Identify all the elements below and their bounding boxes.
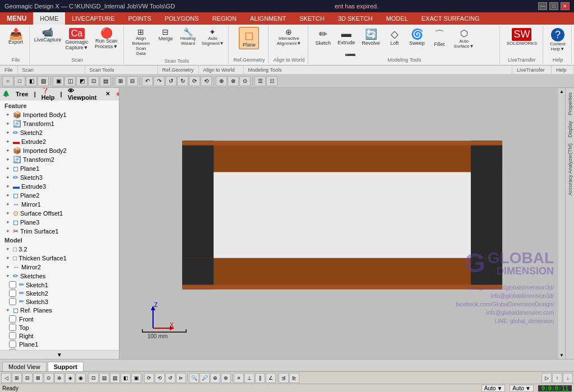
align-button[interactable]: ⊞ Align BetweenScan Data [128,27,153,57]
sketch3-checkbox[interactable] [9,298,16,305]
tree-front[interactable]: Front [0,315,119,323]
model-view-tab[interactable]: Model View [2,362,47,371]
tab-polygons[interactable]: POLYGONS [158,12,206,25]
bt-btn-2[interactable]: ⊞ [12,373,22,383]
maximize-button[interactable]: □ [549,2,558,10]
tree-extrude3[interactable]: + ▬ Extrude3 [0,182,119,191]
tree-sketch2-item[interactable]: ✏ Sketch2 [0,289,119,297]
plane1-ref-checkbox[interactable] [9,340,16,348]
vt-btn-3[interactable]: ◧ [26,76,37,86]
vt-btn-11[interactable]: ⊟ [127,76,138,86]
auto-dropdown-2[interactable]: Auto ▼ [510,385,533,392]
fillet-button[interactable]: ⌒ Fillet [429,27,450,48]
bt-btn-24[interactable]: ∥ [255,373,265,383]
tab-3dsketch[interactable]: 3D SKETCH [331,12,379,25]
bt-btn-17[interactable]: ⊳ [176,373,186,383]
bt-btn-26[interactable]: ⊴ [279,373,289,383]
tree-plane1-ref[interactable]: Plane1 [0,340,119,348]
vt-btn-5[interactable]: ▣ [53,76,64,86]
sketch2-checkbox[interactable] [9,290,16,297]
right-checkbox[interactable] [9,332,16,339]
context-help-button[interactable]: ? ContextHelp▼ [548,27,568,53]
vt-btn-19[interactable]: ⊗ [228,76,239,86]
scroll-up-icon[interactable]: ▲ [559,89,564,94]
vt-btn-15[interactable]: ↻ [177,76,188,86]
accuracy-tab[interactable]: Accuracy Analyzer(TM) [567,141,573,198]
tab-livecapture[interactable]: LIVECAPTURE [65,12,121,25]
tab-points[interactable]: POINTS [122,12,158,25]
scroll-down-icon[interactable]: ▼ [559,353,564,358]
tree-thicken-surface1[interactable]: + □ Thicken Surface1 [0,254,119,263]
bt-btn-5[interactable]: ⊙ [44,373,54,383]
auto-surface-button[interactable]: ⬡ AutoSurface▼ [452,27,476,50]
healing-button[interactable]: 🔧 HealingWizard [178,27,198,47]
solid-primitive-button[interactable]: ⬛ SolidPrimitive▼ [338,52,363,56]
menu-button[interactable]: MENU [0,12,33,25]
vt-btn-13[interactable]: ↷ [154,76,165,86]
tree-top[interactable]: Top [0,323,119,332]
tree-sketch2[interactable]: + ✏ Sketch2 [0,128,119,137]
bt-btn-14[interactable]: ⟳ [144,373,154,383]
vt-btn-6[interactable]: ◫ [64,76,76,86]
tree-3-2[interactable]: + □ 3.2 [0,245,119,254]
tree-sketches-group[interactable]: + ✏ Sketches [0,272,119,281]
tree-pin-icon[interactable]: 📌 [115,91,119,97]
bt-btn-27[interactable]: ⊵ [289,373,299,383]
bt-btn-10[interactable]: ▤ [99,373,109,383]
top-checkbox[interactable] [9,324,16,331]
vt-btn-2[interactable]: □ [14,76,25,86]
tree-mirror2[interactable]: + ↔ Mirror2 [0,263,119,272]
viewpoint-tab[interactable]: 👁 Viewpoint [66,88,99,101]
tree-sketch1-item[interactable]: ✏ Sketch1 [0,281,119,289]
vt-btn-12[interactable]: ↶ [142,76,153,86]
plane-button[interactable]: ◻ Plane [239,27,259,49]
bt-btn-4[interactable]: ⊠ [33,373,43,383]
tree-close-icon[interactable]: ✕ [105,91,110,97]
tree-extrude2[interactable]: + ▬ Extrude2 [0,137,119,146]
run-scan-button[interactable]: 🔴 Run ScanProcess▼ [92,27,120,50]
vt-btn-14[interactable]: ↺ [165,76,177,86]
bt-btn-6[interactable]: ⊕ [54,373,64,383]
bt-btn-7[interactable]: ◈ [65,373,75,383]
tree-plane2[interactable]: + ◻ Plane2 [0,191,119,200]
display-tab[interactable]: Display [567,119,573,140]
help-tab[interactable]: ❓ Help [39,88,57,101]
bt-btn-16[interactable]: ↺ [165,373,175,383]
vt-btn-1[interactable]: ○ [2,76,13,86]
vt-btn-9[interactable]: ▤ [100,76,111,86]
bt-btn-20[interactable]: ⊕ [210,373,220,383]
close-button[interactable]: ✕ [561,2,570,10]
bt-btn-1[interactable]: ◁ [1,373,11,383]
bt-btn-22[interactable]: ≡ [234,373,244,383]
tree-imported-body2[interactable]: + 📦 Imported Body2 [0,146,119,155]
vt-btn-8[interactable]: ⊡ [88,76,99,86]
tree-ref-planes-group[interactable]: + ◻ Ref. Planes [0,306,119,315]
tree-plane3[interactable]: + ◻ Plane3 [0,218,119,227]
bt-btn-30[interactable]: ↓ [563,373,573,383]
bt-btn-9[interactable]: ⊡ [89,373,99,383]
tree-surface-offset1[interactable]: + ⊙ Surface Offset1 [0,209,119,218]
tree-tab[interactable]: Tree [13,91,31,97]
bt-btn-25[interactable]: ∠ [266,373,276,383]
tab-alignment[interactable]: ALIGNMENT [243,12,293,25]
vt-btn-18[interactable]: ⊕ [216,76,227,86]
auto-dropdown-1[interactable]: Auto ▼ [482,385,505,392]
revolve-button[interactable]: 🔄 Revolve [359,27,382,47]
tab-exact-surfacing[interactable]: EXACT SURFACING [415,12,487,25]
sweep-button[interactable]: 🌀 Sweep [407,27,427,47]
extrude-button[interactable]: ▬ Extrude [335,27,357,46]
bt-btn-13[interactable]: ▣ [131,373,141,383]
tree-right[interactable]: Right [0,332,119,340]
bt-btn-15[interactable]: ⟲ [155,373,165,383]
bt-btn-3[interactable]: ⊟ [22,373,33,383]
support-tab[interactable]: Support [48,362,84,371]
bt-btn-12[interactable]: ◧ [121,373,131,383]
tree-sketch3-item[interactable]: ✏ Sketch3 [0,297,119,306]
geomagic-capture-button[interactable]: Ca GeomagicCapture▼ [63,27,90,52]
tree-sketch3[interactable]: + ✏ Sketch3 [0,173,119,182]
merge-button[interactable]: ⊟ Merge [155,27,175,43]
tree-plane1[interactable]: + ◻ Plane1 [0,164,119,173]
front-checkbox[interactable] [9,315,16,323]
tab-sketch[interactable]: SKETCH [293,12,331,25]
tree-trim-surface1[interactable]: + ✂ Trim Surface1 [0,227,119,236]
